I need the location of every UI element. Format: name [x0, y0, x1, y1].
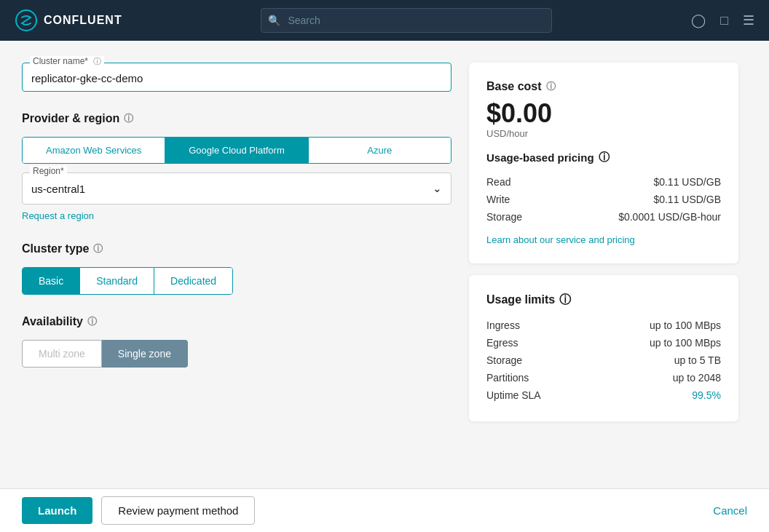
- region-select-wrapper[interactable]: Region* us-central1 ⌄: [22, 172, 451, 205]
- pricing-value-read: $0.11 USD/GB: [653, 176, 721, 188]
- usage-limits-info-icon: ⓘ: [559, 293, 571, 308]
- limits-label-egress: Egress: [486, 337, 518, 349]
- chat-icon[interactable]: □: [720, 13, 728, 28]
- form-panel: Cluster name* ⓘ Provider & region ⓘ Amaz…: [22, 63, 451, 474]
- limits-value-storage: up to 5 TB: [674, 354, 721, 366]
- limits-row-ingress: Ingress up to 100 MBps: [486, 317, 721, 334]
- limits-value-ingress: up to 100 MBps: [650, 319, 721, 331]
- cluster-type-dedicated[interactable]: Dedicated: [154, 268, 232, 294]
- pricing-learn-link[interactable]: Learn about our service and pricing: [486, 234, 635, 245]
- limits-label-storage: Storage: [486, 354, 522, 366]
- pricing-label-storage: Storage: [486, 211, 522, 223]
- limits-row-partitions: Partitions up to 2048: [486, 369, 721, 386]
- availability-single-zone[interactable]: Single zone: [102, 340, 188, 368]
- provider-tab-gcp[interactable]: Google Cloud Platform: [165, 138, 307, 163]
- usage-based-title: Usage-based pricing ⓘ: [486, 151, 721, 164]
- limits-label-uptime: Uptime SLA: [486, 389, 541, 401]
- region-value: us-central1: [31, 183, 85, 195]
- pricing-row-read: Read $0.11 USD/GB: [486, 173, 721, 191]
- region-select[interactable]: us-central1 ⌄: [23, 173, 451, 204]
- navbar-left: CONFLUENT: [15, 9, 122, 32]
- provider-region-info-icon: ⓘ: [124, 112, 133, 125]
- pricing-label-read: Read: [486, 176, 510, 188]
- pricing-row-storage: Storage $0.0001 USD/GB-hour: [486, 208, 721, 226]
- usage-limits-card: Usage limits ⓘ Ingress up to 100 MBps Eg…: [469, 275, 738, 421]
- limits-row-uptime: Uptime SLA 99.5%: [486, 386, 721, 404]
- help-icon[interactable]: ◯: [691, 12, 706, 28]
- search-input[interactable]: [261, 8, 552, 33]
- search-icon: 🔍: [268, 15, 280, 26]
- brand-name: CONFLUENT: [44, 14, 122, 27]
- main-container: Cluster name* ⓘ Provider & region ⓘ Amaz…: [0, 41, 769, 488]
- cluster-name-input[interactable]: [31, 69, 442, 84]
- provider-region-title: Provider & region ⓘ: [22, 112, 451, 125]
- menu-icon[interactable]: ☰: [743, 12, 754, 28]
- base-cost-amount: $0.00: [486, 99, 721, 128]
- provider-region-group: Provider & region ⓘ Amazon Web Services …: [22, 112, 451, 222]
- limits-value-partitions: up to 2048: [673, 372, 721, 384]
- cluster-type-title: Cluster type ⓘ: [22, 242, 451, 255]
- cluster-name-group: Cluster name* ⓘ: [22, 63, 451, 92]
- uptime-sla-link[interactable]: 99.5%: [692, 389, 721, 401]
- limits-value-egress: up to 100 MBps: [650, 337, 721, 349]
- base-cost-unit: USD/hour: [486, 128, 721, 139]
- navbar: CONFLUENT 🔍 ◯ □ ☰: [0, 0, 769, 41]
- pricing-label-write: Write: [486, 194, 510, 205]
- navbar-right: ◯ □ ☰: [691, 12, 754, 28]
- availability-title: Availability ⓘ: [22, 315, 451, 328]
- pricing-panel: Base cost ⓘ $0.00 USD/hour Usage-based p…: [469, 63, 738, 474]
- region-label: Region*: [30, 166, 67, 176]
- base-cost-info-icon: ⓘ: [546, 80, 556, 93]
- review-payment-button[interactable]: Review payment method: [101, 496, 255, 525]
- cluster-type-group: Cluster type ⓘ Basic Standard Dedicated: [22, 242, 451, 295]
- provider-tab-group: Amazon Web Services Google Cloud Platfor…: [22, 137, 451, 164]
- cluster-type-info-icon: ⓘ: [93, 242, 103, 255]
- usage-based-info-icon: ⓘ: [599, 151, 610, 164]
- request-region-link[interactable]: Request a region: [22, 210, 94, 221]
- pricing-row-write: Write $0.11 USD/GB: [486, 191, 721, 208]
- limits-row-storage: Storage up to 5 TB: [486, 352, 721, 369]
- availability-tabs: Multi zone Single zone: [22, 340, 451, 368]
- launch-button[interactable]: Launch: [22, 497, 92, 524]
- chevron-down-icon: ⌄: [433, 182, 442, 195]
- confluent-logo-icon: [15, 9, 38, 32]
- limits-row-egress: Egress up to 100 MBps: [486, 334, 721, 352]
- cluster-type-tabs: Basic Standard Dedicated: [22, 267, 233, 295]
- cancel-button[interactable]: Cancel: [713, 504, 747, 517]
- pricing-value-storage: $0.0001 USD/GB-hour: [618, 211, 721, 223]
- base-cost-title: Base cost ⓘ: [486, 80, 721, 93]
- bottom-bar-left: Launch Review payment method: [22, 496, 255, 525]
- base-cost-card: Base cost ⓘ $0.00 USD/hour Usage-based p…: [469, 63, 738, 263]
- availability-group: Availability ⓘ Multi zone Single zone: [22, 315, 451, 368]
- logo[interactable]: CONFLUENT: [15, 9, 122, 32]
- cluster-type-basic[interactable]: Basic: [23, 268, 79, 294]
- limits-label-partitions: Partitions: [486, 372, 529, 384]
- bottom-bar: Launch Review payment method Cancel: [0, 488, 769, 532]
- cluster-name-info-icon: ⓘ: [93, 57, 101, 65]
- availability-multi-zone[interactable]: Multi zone: [22, 340, 102, 368]
- search-bar[interactable]: 🔍: [261, 8, 552, 33]
- provider-tab-azure[interactable]: Azure: [308, 138, 451, 163]
- cluster-name-field[interactable]: Cluster name* ⓘ: [22, 63, 451, 92]
- availability-info-icon: ⓘ: [87, 315, 97, 328]
- cluster-type-standard[interactable]: Standard: [79, 268, 154, 294]
- cluster-name-label: Cluster name* ⓘ: [30, 56, 104, 67]
- pricing-value-write: $0.11 USD/GB: [653, 194, 721, 205]
- usage-limits-title: Usage limits ⓘ: [486, 293, 721, 308]
- provider-tab-aws[interactable]: Amazon Web Services: [23, 138, 165, 163]
- limits-label-ingress: Ingress: [486, 319, 520, 331]
